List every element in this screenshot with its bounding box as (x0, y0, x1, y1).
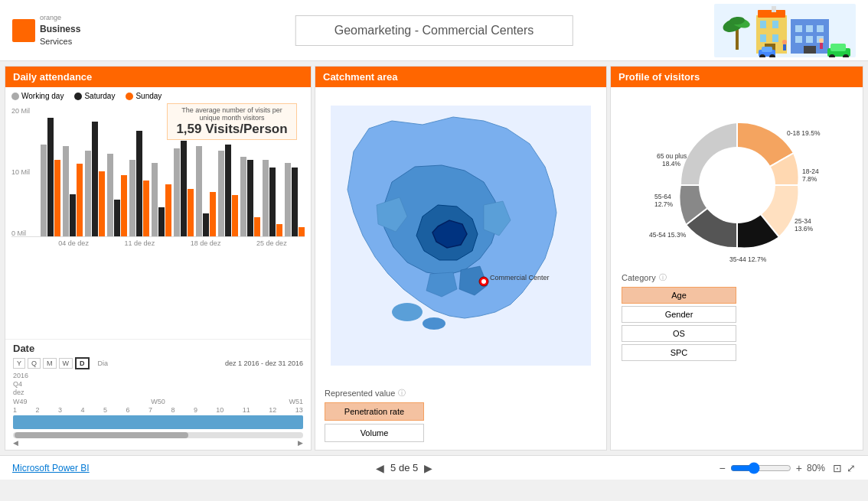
timeline-bar[interactable] (13, 415, 303, 429)
bar-group-11 (263, 160, 282, 236)
svg-text:45-54 15.3%: 45-54 15.3% (649, 231, 687, 239)
svg-rect-22 (762, 47, 772, 52)
category-info-icon: ⓘ (659, 272, 667, 283)
category-title: Category ⓘ (622, 272, 852, 283)
catchment-content: Commercial Center (315, 87, 606, 383)
chart-legend: Working day Saturday Sunday (11, 92, 305, 100)
svg-rect-12 (772, 6, 776, 12)
fullscreen-icon[interactable]: ⤢ (847, 462, 856, 474)
svg-text:65 ou plus: 65 ou plus (657, 152, 687, 160)
bar-chart-area: The average number of visits per unique … (11, 103, 305, 252)
nav-week-btn[interactable]: W (59, 358, 73, 369)
bar-group-1 (41, 118, 60, 236)
bar-group-12 (285, 163, 305, 236)
bar-group-2 (63, 146, 83, 236)
svg-rect-26 (830, 44, 846, 51)
svg-point-37 (481, 279, 486, 284)
logo-text: orange Business Services (40, 13, 80, 47)
date-range: dez 1 2016 - dez 31 2016 (225, 359, 303, 367)
date-nav-row: Y Q M W D Dia dez 1 2016 - dez 31 2016 (13, 357, 303, 369)
svg-text:13.6%: 13.6% (795, 225, 814, 233)
svg-point-29 (782, 40, 787, 44)
svg-point-31 (819, 38, 824, 43)
zoom-out-btn[interactable]: − (720, 462, 726, 474)
age-btn[interactable]: Age (622, 287, 736, 304)
gender-btn[interactable]: Gender (622, 306, 736, 323)
catchment-area-panel: Catchment area (315, 66, 607, 451)
nav-quarter-btn[interactable]: Q (28, 358, 41, 369)
next-page-arrow[interactable]: ▶ (424, 462, 432, 474)
svg-rect-8 (760, 34, 766, 42)
svg-text:55-64: 55-64 (654, 193, 671, 200)
main-content: Daily attendance Working day Saturday Su… (0, 61, 868, 455)
volume-btn[interactable]: Volume (325, 424, 424, 442)
bar-group-7 (174, 141, 194, 236)
title-box: Geomarketing - Commercial Centers (295, 15, 573, 46)
nav-year-btn[interactable]: Y (13, 358, 25, 369)
daily-attendance-panel: Daily attendance Working day Saturday Su… (5, 66, 312, 451)
timeline-scrollbar[interactable] (13, 432, 303, 438)
svg-text:7.8%: 7.8% (802, 175, 817, 183)
svg-point-34 (392, 303, 423, 321)
zoom-slider[interactable] (730, 462, 791, 474)
bar-group-10 (240, 157, 260, 236)
bar-group-3 (85, 122, 105, 236)
bar-group-6 (152, 163, 171, 236)
penetration-rate-btn[interactable]: Penetration rate (325, 402, 424, 421)
category-section: Category ⓘ Age Gender OS SPC (614, 269, 860, 364)
scroll-right-arrow[interactable]: ▶ (298, 439, 303, 447)
prev-page-arrow[interactable]: ◀ (376, 462, 384, 474)
header-illustration (714, 4, 856, 57)
daily-attendance-header: Daily attendance (5, 67, 311, 87)
value-section: Represented value ⓘ Penetration rate Vol… (315, 383, 606, 450)
daily-attendance-content: Working day Saturday Sunday The average … (5, 87, 311, 339)
map-svg: Commercial Center (331, 106, 591, 366)
svg-point-39 (699, 147, 775, 223)
spc-btn[interactable]: SPC (622, 344, 736, 361)
svg-text:18-24: 18-24 (802, 168, 819, 175)
svg-text:0-18 19.5%: 0-18 19.5% (787, 129, 821, 137)
page-label: 5 de 5 (390, 462, 418, 473)
timeline: 2016 Q4 dez W49 W50 W51 1 2 3 4 (13, 372, 303, 447)
scroll-left-arrow[interactable]: ◀ (13, 439, 18, 447)
nav-month-btn[interactable]: M (43, 358, 57, 369)
page-title: Geomarketing - Commercial Centers (334, 24, 534, 37)
bottom-bar: Microsoft Power BI ◀ 5 de 5 ▶ − + 80% ⊡ … (0, 455, 868, 480)
svg-rect-18 (806, 36, 813, 43)
legend-dot-orange (126, 93, 133, 100)
donut-svg: 0-18 19.5% 18-24 7.8% 25-34 13.6% 35-44 … (645, 101, 829, 269)
fit-screen-icon[interactable]: ⊡ (833, 462, 842, 474)
nav-day-btn[interactable]: D (75, 357, 90, 369)
svg-text:18.4%: 18.4% (662, 160, 681, 168)
svg-rect-16 (817, 25, 824, 32)
svg-rect-20 (804, 46, 816, 54)
legend-sunday: Sunday (126, 92, 162, 100)
svg-text:35-44 12.7%: 35-44 12.7% (729, 255, 767, 263)
catchment-header: Catchment area (315, 67, 606, 87)
bar-gray (41, 145, 47, 236)
svg-rect-14 (795, 25, 802, 32)
bar-group-9 (218, 145, 238, 236)
os-btn[interactable]: OS (622, 325, 736, 342)
page-navigation: ◀ 5 de 5 ▶ (376, 462, 432, 474)
svg-rect-15 (806, 25, 813, 32)
building-svg (714, 4, 856, 57)
svg-rect-32 (820, 43, 823, 49)
svg-text:Commercial Center: Commercial Center (490, 274, 550, 281)
legend-saturday: Saturday (74, 92, 115, 100)
scroll-thumb (15, 432, 188, 438)
x-axis-labels: 04 de dez 11 de dez 18 de dez 25 de dez (11, 239, 305, 247)
svg-rect-17 (795, 36, 802, 43)
zoom-in-btn[interactable]: + (796, 462, 802, 474)
profile-panel: Profile of visitors (610, 66, 863, 451)
zoom-controls: − + 80% ⊡ ⤢ (720, 462, 856, 474)
svg-rect-7 (772, 21, 778, 28)
svg-point-35 (423, 317, 445, 330)
powerbi-link[interactable]: Microsoft Power BI (12, 463, 90, 473)
legend-dot-black (74, 93, 82, 100)
date-title: Date (13, 343, 303, 354)
bar-group-5 (129, 131, 149, 236)
profile-content: 0-18 19.5% 18-24 7.8% 25-34 13.6% 35-44 … (611, 87, 863, 450)
bar-group-4 (107, 154, 127, 236)
svg-rect-30 (783, 44, 786, 50)
